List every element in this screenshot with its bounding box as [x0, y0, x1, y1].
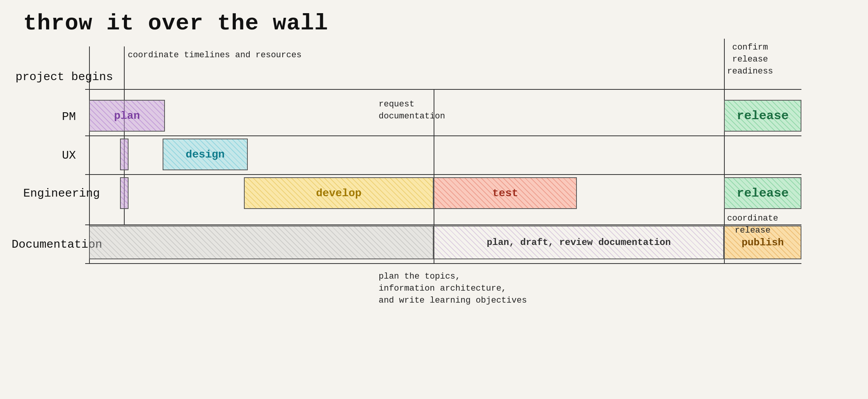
annotation-confirm-release: confirmreleasereadiness	[727, 42, 773, 77]
annotation-plan-topics: plan the topics,information architecture…	[379, 271, 527, 307]
diagram-container: throw it over the wall project begins PM…	[0, 0, 868, 399]
hline-pm-ux	[85, 135, 801, 136]
annotation-request-doc-text: requestdocumentation	[379, 99, 445, 121]
label-engineering: Engineering	[23, 187, 100, 200]
bar-ux-small	[120, 139, 129, 170]
hline-bottom	[85, 263, 801, 264]
bar-develop-label: develop	[316, 187, 362, 199]
hline-top	[85, 89, 801, 90]
label-documentation: Documentation	[12, 238, 102, 251]
bar-design-label: design	[186, 149, 225, 161]
bar-design: design	[163, 139, 248, 170]
bar-release-pm-label: release	[737, 109, 789, 123]
bar-release-eng-label: release	[737, 186, 789, 200]
annotation-confirm-release-text: confirmreleasereadiness	[727, 43, 773, 76]
hline-ux-eng	[85, 174, 801, 175]
bar-test-label: test	[492, 187, 518, 199]
annotation-request-doc: requestdocumentation	[379, 99, 445, 123]
bar-test: test	[434, 177, 577, 209]
diagram-title: throw it over the wall	[23, 11, 328, 36]
bar-doc-active-label: plan, draft, review documentation	[487, 237, 671, 248]
annotation-coord-release: coordinaterelease	[727, 213, 778, 237]
bar-release-eng: release	[724, 177, 801, 209]
hline-eng-doc	[85, 224, 801, 225]
bar-develop: develop	[244, 177, 434, 209]
annotation-coord-release-text: coordinaterelease	[727, 214, 778, 235]
bar-eng-small	[120, 177, 129, 209]
label-ux: UX	[62, 149, 76, 162]
bar-doc-wait	[89, 226, 434, 259]
bar-release-pm: release	[724, 100, 801, 132]
label-project-begins: project begins	[15, 70, 113, 84]
bar-publish-label: publish	[741, 237, 784, 248]
annotation-coord-timelines: coordinate timelines and resources	[128, 50, 302, 62]
annotation-plan-topics-text: plan the topics,information architecture…	[379, 272, 527, 305]
bar-plan: plan	[89, 100, 165, 132]
bar-doc-active: plan, draft, review documentation	[434, 226, 724, 259]
bar-plan-label: plan	[114, 110, 140, 122]
label-pm: PM	[62, 110, 76, 123]
